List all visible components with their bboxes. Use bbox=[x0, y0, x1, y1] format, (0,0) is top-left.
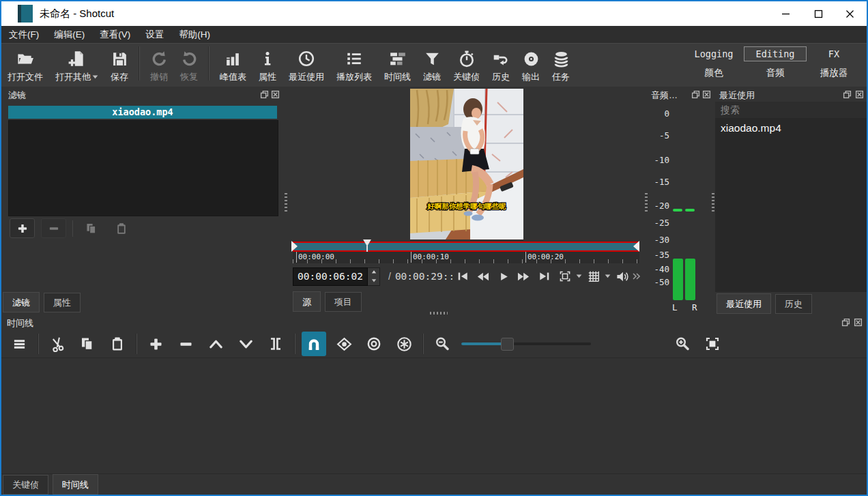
jobs-button[interactable]: 任务 bbox=[546, 44, 576, 87]
tab-timeline[interactable]: 时间线 bbox=[53, 474, 98, 495]
layout-player[interactable]: 播放器 bbox=[807, 65, 861, 81]
close-panel-icon[interactable] bbox=[702, 90, 711, 99]
minimize-button[interactable] bbox=[770, 1, 801, 26]
grid-button[interactable] bbox=[585, 267, 603, 285]
paste-filters-button[interactable] bbox=[109, 219, 133, 237]
filters-button[interactable]: 滤镜 bbox=[417, 44, 447, 87]
slider-handle[interactable] bbox=[501, 338, 514, 351]
ripple-toggle-button[interactable] bbox=[362, 332, 386, 356]
close-panel-icon[interactable] bbox=[854, 318, 863, 327]
timeline-zoom-slider[interactable] bbox=[461, 332, 591, 356]
open-other-button[interactable]: 打开其他 bbox=[49, 44, 104, 87]
menu-view[interactable]: 查看(V) bbox=[92, 29, 138, 41]
save-button[interactable]: 保存 bbox=[104, 44, 134, 87]
fast-forward-button[interactable] bbox=[515, 267, 533, 285]
timeline-menu-button[interactable] bbox=[7, 332, 31, 356]
play-button[interactable] bbox=[495, 267, 512, 285]
scrubber-bar[interactable] bbox=[293, 242, 639, 252]
menu-help[interactable]: 帮助(H) bbox=[171, 29, 218, 41]
remove-filter-button[interactable] bbox=[41, 218, 66, 238]
time-ruler[interactable]: 00:00:00 00:00:10 00:00:20 bbox=[293, 252, 639, 263]
toolbar-separator bbox=[422, 334, 424, 354]
caret-down-icon bbox=[92, 75, 98, 79]
skip-to-start-button[interactable] bbox=[454, 267, 472, 285]
filter-list[interactable] bbox=[8, 120, 278, 216]
properties-button[interactable]: 属性 bbox=[252, 44, 283, 87]
export-button[interactable]: 输出 bbox=[516, 44, 546, 87]
cut-button[interactable] bbox=[45, 332, 70, 356]
playlist-button[interactable]: 播放列表 bbox=[330, 44, 378, 87]
tab-filters[interactable]: 滤镜 bbox=[3, 292, 40, 312]
lift-button[interactable] bbox=[203, 332, 228, 356]
float-panel-icon[interactable] bbox=[843, 90, 852, 99]
out-point-marker[interactable] bbox=[633, 241, 639, 252]
tab-source[interactable]: 源 bbox=[293, 291, 321, 312]
float-panel-icon[interactable] bbox=[260, 90, 269, 99]
caret-down-icon[interactable] bbox=[604, 274, 612, 278]
menu-settings[interactable]: 设置 bbox=[138, 29, 171, 41]
zoom-fit-player-button[interactable] bbox=[556, 267, 574, 285]
menu-edit[interactable]: 编辑(E) bbox=[46, 29, 92, 41]
close-button[interactable] bbox=[834, 1, 865, 26]
copy-button[interactable] bbox=[75, 332, 100, 356]
keyframes-button[interactable]: 关键侦 bbox=[447, 44, 486, 87]
maximize-button[interactable] bbox=[802, 1, 834, 26]
layout-audio[interactable]: 音频 bbox=[744, 65, 807, 81]
player-toolbar-overflow-icon[interactable] bbox=[633, 273, 641, 280]
video-subtitle: 好啊那你想学哪句哪些呢 bbox=[426, 202, 506, 210]
undo-button[interactable]: 撤销 bbox=[144, 44, 174, 87]
meter-scale-label: -15 bbox=[647, 177, 669, 187]
scrub-while-dragging-button[interactable] bbox=[332, 332, 356, 356]
ripple-delete-button[interactable] bbox=[173, 332, 198, 356]
split-button[interactable] bbox=[263, 332, 288, 356]
overwrite-button[interactable] bbox=[233, 332, 258, 356]
in-point-marker[interactable] bbox=[291, 241, 298, 252]
tab-recent[interactable]: 最近使用 bbox=[717, 293, 771, 314]
rewind-button[interactable] bbox=[474, 267, 492, 285]
button-separator bbox=[72, 220, 73, 237]
layout-color[interactable]: 颜色 bbox=[684, 65, 744, 81]
layout-editing[interactable]: Editing bbox=[744, 46, 807, 61]
copy-filters-button[interactable] bbox=[79, 219, 103, 237]
layout-fx[interactable]: FX bbox=[807, 47, 861, 61]
snap-toggle-button[interactable] bbox=[302, 332, 326, 356]
peak-meter-button[interactable]: 峰值表 bbox=[214, 44, 252, 87]
close-panel-icon[interactable] bbox=[271, 90, 280, 99]
redo-button[interactable]: 恢复 bbox=[174, 44, 204, 87]
splitter-handle[interactable] bbox=[430, 312, 448, 315]
close-panel-icon[interactable] bbox=[855, 90, 864, 99]
append-button[interactable] bbox=[143, 332, 168, 356]
tab-keyframes[interactable]: 关键侦 bbox=[3, 475, 48, 495]
peak-indicator-left bbox=[673, 209, 682, 211]
layout-logging[interactable]: Logging bbox=[684, 47, 744, 61]
spin-up-icon[interactable] bbox=[368, 268, 379, 277]
recent-list-item[interactable]: xiaodao.mp4 bbox=[715, 118, 868, 138]
float-panel-icon[interactable] bbox=[841, 318, 850, 327]
tab-properties[interactable]: 属性 bbox=[44, 293, 81, 312]
menu-file[interactable]: 文件(F) bbox=[1, 29, 46, 41]
search-box bbox=[715, 102, 868, 119]
add-filter-button[interactable] bbox=[10, 218, 35, 238]
recent-button[interactable]: 最近使用 bbox=[283, 44, 330, 87]
spin-down-icon[interactable] bbox=[368, 276, 379, 285]
skip-to-end-button[interactable] bbox=[536, 267, 553, 285]
splitter-handle[interactable] bbox=[712, 193, 714, 212]
timeline-tracks-area[interactable] bbox=[1, 358, 867, 474]
open-file-button[interactable]: 打开文件 bbox=[1, 44, 49, 87]
float-panel-icon[interactable] bbox=[691, 90, 700, 99]
zoom-in-button[interactable] bbox=[670, 332, 695, 356]
caret-down-icon[interactable] bbox=[575, 274, 583, 278]
tab-project[interactable]: 项目 bbox=[325, 292, 362, 312]
history-button[interactable]: 历史 bbox=[486, 44, 516, 87]
current-time-input[interactable] bbox=[293, 267, 368, 286]
splitter-handle[interactable] bbox=[285, 193, 287, 212]
zoom-fit-button[interactable] bbox=[700, 332, 725, 356]
volume-button[interactable] bbox=[613, 267, 631, 285]
stopwatch-icon bbox=[458, 48, 476, 69]
timeline-button[interactable]: 时间线 bbox=[378, 44, 417, 87]
search-input[interactable] bbox=[715, 102, 868, 118]
zoom-out-button[interactable] bbox=[430, 332, 454, 356]
ripple-all-tracks-button[interactable] bbox=[392, 332, 416, 356]
paste-button[interactable] bbox=[105, 332, 130, 356]
tab-history[interactable]: 历史 bbox=[775, 294, 812, 314]
